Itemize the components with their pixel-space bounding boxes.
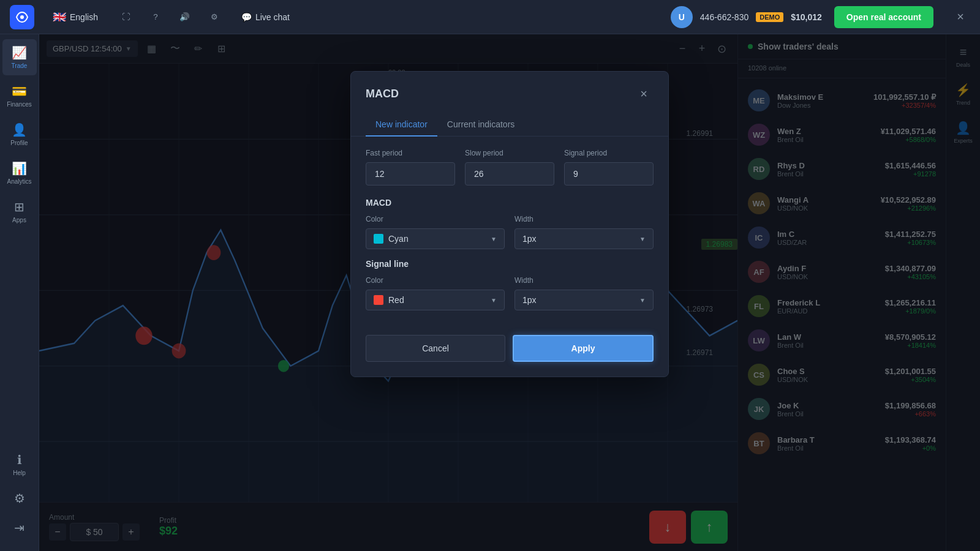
- signal-color-group: Color Red ▼: [366, 276, 505, 310]
- sidebar-item-analytics[interactable]: 📊 Analytics: [2, 155, 37, 191]
- sidebar-item-finances[interactable]: 💳 Finances: [2, 78, 37, 114]
- tab-current-indicators[interactable]: Current indicators: [437, 113, 525, 137]
- modal-close-button[interactable]: ×: [634, 84, 654, 103]
- sidebar-item-settings[interactable]: ⚙: [2, 485, 37, 512]
- macd-width-label: Width: [514, 215, 654, 223]
- flag-icon: 🇬🇧: [53, 10, 66, 24]
- account-info: U 446-662-830 DEMO $10,012 Open real acc…: [671, 6, 970, 28]
- avatar-initials: U: [679, 12, 685, 22]
- signal-controls-row: Color Red ▼ Width 1px ▼: [366, 276, 654, 310]
- live-chat-label: Live chat: [255, 12, 290, 22]
- sidebar-label-trade: Trade: [12, 62, 28, 69]
- apps-icon: ⊞: [14, 200, 24, 214]
- top-header: 🇬🇧 English ⛶ ? 🔊 ⚙ 💬 Live chat U 446-662…: [0, 0, 980, 34]
- sidebar-label-help: Help: [13, 470, 26, 476]
- modal-body: Fast period Slow period Signal period MA…: [351, 137, 668, 335]
- balance: $10,012: [791, 12, 822, 22]
- macd-section-title: MACD: [366, 198, 654, 208]
- modal-footer: Cancel Apply: [351, 335, 668, 377]
- slow-period-input[interactable]: [465, 162, 554, 186]
- signal-period-input[interactable]: [564, 162, 654, 186]
- sidebar-item-profile[interactable]: 👤 Profile: [2, 116, 37, 152]
- svg-point-0: [20, 15, 24, 19]
- signal-color-label: Color: [366, 276, 505, 285]
- slow-period-group: Slow period: [465, 149, 554, 186]
- sound-button[interactable]: 🔊: [175, 7, 195, 27]
- signal-color-select[interactable]: Red ▼: [366, 290, 505, 310]
- sidebar-item-logout[interactable]: ⇥: [2, 514, 37, 541]
- logo[interactable]: [10, 5, 34, 29]
- sidebar-item-help[interactable]: ℹ Help: [2, 446, 37, 482]
- settings-gear-icon: ⚙: [14, 491, 25, 506]
- sidebar-label-profile: Profile: [10, 140, 28, 146]
- signal-period-group: Signal period: [564, 149, 654, 186]
- macd-modal: MACD × New indicator Current indicators …: [350, 71, 669, 377]
- logout-icon: ⇥: [14, 520, 24, 535]
- macd-width-value: 1px: [522, 234, 635, 244]
- macd-controls-row: Color Cyan ▼ Width 1px ▼: [366, 215, 654, 249]
- period-inputs-row: Fast period Slow period Signal period: [366, 149, 654, 186]
- sidebar-label-apps: Apps: [12, 217, 26, 223]
- profile-icon: 👤: [12, 122, 27, 137]
- trade-icon: 📈: [12, 45, 27, 60]
- macd-color-group: Color Cyan ▼: [366, 215, 505, 249]
- finances-icon: 💳: [12, 84, 27, 99]
- macd-section: MACD Color Cyan ▼ Width 1px: [366, 198, 654, 249]
- help-icon: ℹ: [17, 452, 22, 467]
- modal-tabs: New indicator Current indicators: [351, 103, 668, 137]
- help-button[interactable]: ?: [146, 7, 165, 27]
- sidebar-item-trade[interactable]: 📈 Trade: [2, 39, 37, 75]
- tab-new-indicator[interactable]: New indicator: [366, 113, 437, 137]
- macd-width-select[interactable]: 1px ▼: [514, 228, 654, 249]
- cancel-button[interactable]: Cancel: [366, 335, 505, 362]
- signal-line-section: Signal line Color Red ▼ Width 1px: [366, 259, 654, 310]
- sidebar-label-analytics: Analytics: [7, 178, 32, 185]
- header-close-button[interactable]: ×: [951, 7, 970, 27]
- language-selector[interactable]: 🇬🇧 English: [47, 7, 104, 28]
- demo-badge: DEMO: [756, 12, 783, 22]
- analytics-icon: 📊: [12, 161, 27, 176]
- slow-period-label: Slow period: [465, 149, 554, 157]
- signal-width-dropdown-icon: ▼: [639, 297, 646, 304]
- macd-color-label: Color: [366, 215, 505, 223]
- red-color-dot: [374, 295, 383, 305]
- sidebar-label-finances: Finances: [7, 101, 32, 108]
- open-real-account-button[interactable]: Open real account: [834, 6, 933, 28]
- signal-color-dropdown-icon: ▼: [491, 297, 497, 304]
- macd-width-dropdown-icon: ▼: [639, 236, 646, 242]
- cyan-color-dot: [374, 234, 383, 244]
- signal-line-title: Signal line: [366, 259, 654, 269]
- modal-overlay: MACD × New indicator Current indicators …: [39, 34, 980, 551]
- signal-width-group: Width 1px ▼: [514, 276, 654, 310]
- signal-width-label: Width: [514, 276, 654, 285]
- signal-width-value: 1px: [522, 295, 635, 305]
- fast-period-label: Fast period: [366, 149, 455, 157]
- signal-period-label: Signal period: [564, 149, 654, 157]
- header-icons: ⛶ ? 🔊 ⚙: [116, 7, 224, 27]
- signal-color-value: Red: [388, 295, 486, 305]
- macd-color-value: Cyan: [388, 234, 486, 244]
- live-chat-button[interactable]: 💬 Live chat: [234, 9, 297, 26]
- fast-period-group: Fast period: [366, 149, 455, 186]
- settings-button[interactable]: ⚙: [205, 7, 224, 27]
- signal-width-select[interactable]: 1px ▼: [514, 290, 654, 310]
- chat-icon: 💬: [241, 12, 252, 22]
- left-sidebar: 📈 Trade 💳 Finances 👤 Profile 📊 Analytics…: [0, 34, 39, 551]
- modal-title: MACD: [366, 88, 399, 100]
- sidebar-bottom: ℹ Help ⚙ ⇥: [2, 446, 37, 546]
- account-id: 446-662-830: [700, 12, 748, 22]
- macd-color-select[interactable]: Cyan ▼: [366, 228, 505, 249]
- language-label: English: [70, 12, 98, 22]
- macd-color-dropdown-icon: ▼: [491, 236, 497, 242]
- macd-width-group: Width 1px ▼: [514, 215, 654, 249]
- apply-button[interactable]: Apply: [513, 335, 654, 362]
- avatar: U: [671, 6, 693, 28]
- fullscreen-button[interactable]: ⛶: [116, 7, 136, 27]
- sidebar-item-apps[interactable]: ⊞ Apps: [2, 193, 37, 230]
- fast-period-input[interactable]: [366, 162, 455, 186]
- modal-header: MACD ×: [351, 72, 668, 103]
